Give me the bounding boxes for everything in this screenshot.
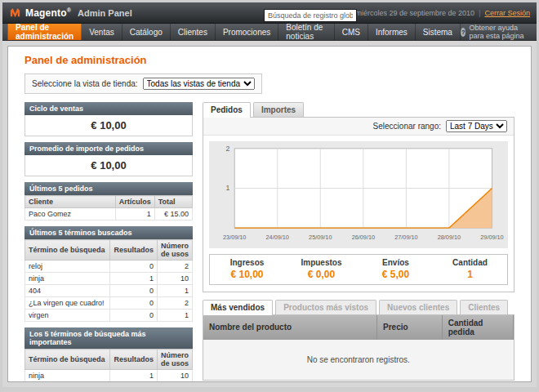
stat-value: 1 (433, 269, 507, 280)
table-row[interactable]: reloj02 (25, 261, 193, 273)
orders-tabs: Pedidos Importes (203, 102, 514, 117)
top-search-terms-table: Término de búsqueda Resultados Número de… (24, 349, 193, 382)
stat-ingresos: Ingresos € 10,00 (210, 255, 284, 284)
table-cell: ninja (25, 273, 110, 285)
block-title: Ciclo de ventas (24, 102, 193, 115)
table-cell: 1 (157, 285, 192, 297)
dashboard-columns: Ciclo de ventas € 10,00 Promedio de impo… (24, 102, 514, 382)
logout-link[interactable]: Cerrar Sesión (484, 9, 530, 17)
dashboard-panel: Panel de administración Seleccione la vi… (7, 46, 532, 382)
table-row[interactable]: 40401 (25, 285, 193, 297)
table-cell: 1 (110, 273, 158, 285)
table-row[interactable]: ¿La virgen que cuadro!02 (25, 297, 193, 310)
app-header: Magento® Admin Panel Accedió como aparo … (2, 2, 537, 24)
lifetime-sales-value: € 10,00 (24, 115, 193, 136)
table-row[interactable]: ninja110 (25, 370, 193, 382)
column-header: Número de usos (157, 240, 192, 261)
block-title: Últimos 5 pedidos (24, 182, 193, 195)
column-header: Resultados (110, 350, 158, 370)
help-link[interactable]: ? Obtener ayuda para esta página (461, 24, 532, 40)
block-title: Últimos 5 términos buscados (24, 226, 193, 239)
table-row[interactable]: virgen01 (25, 310, 193, 322)
average-orders-value: € 10,00 (24, 155, 193, 176)
column-header: Resultados (110, 240, 158, 261)
tab-mas-vendidos[interactable]: Más vendidos (203, 300, 273, 315)
table-row[interactable]: ninja110 (25, 273, 193, 285)
brand-product: Admin Panel (78, 8, 132, 18)
magento-logo-icon (9, 7, 21, 19)
store-view-select[interactable]: Todas las vistas de tienda (143, 78, 255, 90)
tab-nuevos-clientes[interactable]: Nuevos clientes (379, 300, 457, 314)
bestsellers-table: Nombre del producto Precio Cantidad pedi… (203, 315, 514, 380)
svg-text:24/09/10: 24/09/10 (266, 234, 289, 241)
help-icon: ? (461, 28, 466, 37)
table-cell: 404 (25, 285, 110, 297)
stat-label: Impuestos (284, 258, 359, 267)
table-cell: ¿La virgen que cuadro! (25, 297, 110, 310)
stat-cantidad: Cantidad 1 (433, 255, 507, 284)
bestsellers-box: Nombre del producto Precio Cantidad pedi… (203, 314, 514, 381)
empty-row: No se encontraron registros. (203, 340, 514, 380)
table-cell: 2 (157, 297, 192, 310)
tab-pedidos[interactable]: Pedidos (203, 102, 251, 118)
stat-label: Ingresos (210, 258, 284, 267)
stat-value: € 10,00 (210, 269, 284, 280)
column-header: Cantidad pedida (442, 315, 513, 340)
column-header: Nombre del producto (203, 315, 377, 340)
stat-label: Envíos (359, 258, 433, 267)
svg-text:1: 1 (225, 184, 229, 192)
dashboard-right-column: Pedidos Importes Seleccionar rango: Last… (203, 102, 514, 382)
nav-item-sistema[interactable]: Sistema (416, 24, 461, 40)
table-cell: 0 (110, 261, 158, 273)
magento-logo: Magento® Admin Panel (9, 7, 132, 19)
table-cell: 1 (115, 208, 154, 220)
last-search-terms-table: Término de búsqueda Resultados Número de… (24, 239, 193, 322)
chart-background: 1223/09/1024/09/1025/09/1026/09/1027/09/… (209, 141, 508, 248)
svg-text:26/09/10: 26/09/10 (352, 234, 375, 241)
svg-text:2: 2 (225, 145, 229, 153)
totals-row: Ingresos € 10,00 Impuestos € 0,00 Envíos… (209, 254, 508, 285)
lifetime-sales-block: Ciclo de ventas € 10,00 (24, 102, 193, 136)
table-cell: 0 (110, 310, 158, 322)
magento-admin-page: Magento® Admin Panel Accedió como aparo … (0, 0, 539, 390)
range-label: Seleccionar rango: (373, 122, 441, 131)
block-title: Promedio de importe de pedidos (24, 142, 193, 155)
orders-chart-box: Seleccionar rango: Last 7 Days 1223/09/1… (203, 117, 514, 292)
column-header: Cliente (25, 196, 116, 208)
svg-text:29/09/10: 29/09/10 (480, 234, 503, 241)
column-header: Total (154, 196, 192, 208)
nav-item-ventas[interactable]: Ventas (82, 24, 122, 40)
block-title: Los 5 términos de búsqueda más important… (24, 327, 193, 349)
table-cell: ninja (25, 370, 110, 382)
store-view-switcher: Seleccione la vista de tienda: Todas las… (24, 74, 262, 94)
stat-label: Cantidad (433, 258, 507, 267)
average-orders-block: Promedio de importe de pedidos € 10,00 (24, 142, 193, 176)
products-tabs: Más vendidos Productos más vistos Nuevos… (203, 300, 514, 314)
range-selector: Seleccionar rango: Last 7 Days (203, 118, 514, 136)
column-header: Término de búsqueda (25, 350, 110, 370)
table-row[interactable]: Paco Gomez1€ 15.00 (25, 208, 193, 220)
stat-impuestos: Impuestos € 0,00 (284, 255, 359, 284)
global-search-input[interactable] (264, 9, 357, 22)
table-row[interactable]: reloj02 (25, 382, 193, 383)
page-title: Panel de administración (24, 54, 514, 66)
global-search (264, 7, 357, 22)
column-header: Artículos (115, 196, 154, 208)
tab-importes[interactable]: Importes (253, 102, 304, 117)
last-orders-block: Últimos 5 pedidos Cliente Artículos Tota… (24, 182, 193, 220)
nav-item-dashboard[interactable]: Panel de administración (7, 24, 82, 40)
nav-item-promociones[interactable]: Promociones (216, 24, 278, 40)
nav-item-catalogo[interactable]: Catálogo (122, 24, 171, 40)
separator: | (479, 9, 480, 17)
nav-item-clientes[interactable]: Clientes (171, 24, 216, 40)
store-view-label: Seleccione la vista de tienda: (32, 79, 138, 88)
nav-item-informes[interactable]: Informes (368, 24, 416, 40)
range-select[interactable]: Last 7 Days (446, 120, 507, 132)
last-orders-table: Cliente Artículos Total Paco Gomez1€ 15.… (24, 195, 193, 220)
column-header: Término de búsqueda (25, 240, 110, 261)
tab-productos-mas-vistos[interactable]: Productos más vistos (275, 300, 376, 314)
table-cell: 10 (157, 273, 192, 285)
nav-item-boletin[interactable]: Boletín de noticias (278, 24, 334, 40)
tab-clientes[interactable]: Clientes (460, 300, 508, 314)
nav-item-cms[interactable]: CMS (335, 24, 368, 40)
